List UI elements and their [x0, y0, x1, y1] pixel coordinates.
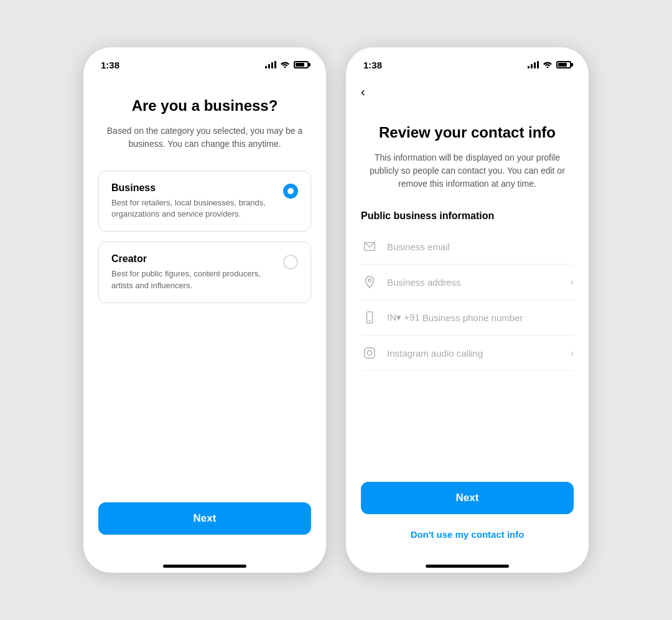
signal-icon-right: [528, 61, 539, 68]
phone-icon: [361, 309, 378, 326]
time-right: 1:38: [363, 60, 382, 70]
left-next-button[interactable]: Next: [98, 502, 311, 535]
option-business-title: Business: [111, 182, 276, 194]
option-creator-title: Creator: [111, 253, 276, 265]
option-creator[interactable]: Creator Best for public figures, content…: [98, 242, 311, 303]
left-page-subtitle: Based on the category you selected, you …: [98, 124, 311, 151]
svg-rect-2: [366, 312, 372, 323]
instagram-icon: [361, 344, 378, 362]
dont-use-link[interactable]: Don't use my contact info: [361, 529, 574, 540]
battery-icon-right: [556, 61, 571, 68]
left-phone: 1:38 Are you a business? Based on the ca…: [83, 47, 326, 573]
right-page-title: Review your contact info: [361, 124, 574, 141]
radio-creator[interactable]: [283, 255, 298, 270]
svg-rect-4: [365, 348, 375, 359]
contact-row-email[interactable]: Business email: [361, 229, 574, 265]
contact-row-phone[interactable]: IN▾ +91 Business phone number: [361, 300, 574, 336]
left-page-title: Are you a business?: [98, 97, 311, 115]
option-creator-desc: Best for public figures, content produce…: [111, 268, 276, 291]
left-bottom-section: Next: [98, 502, 311, 558]
option-business-desc: Best for retailers, local businesses, br…: [111, 197, 276, 220]
right-page-subtitle: This information will be displayed on yo…: [361, 151, 574, 190]
status-bar-right: 1:38: [346, 47, 589, 77]
instagram-label: Instagram audio calling: [387, 348, 571, 359]
public-business-info-title: Public business information: [361, 210, 574, 222]
time-left: 1:38: [101, 60, 119, 70]
wifi-icon-right: [543, 60, 553, 70]
radio-business[interactable]: [283, 184, 298, 199]
phone-prefix: IN▾ +91: [387, 312, 420, 323]
battery-icon: [294, 61, 309, 68]
email-icon: [361, 238, 378, 255]
phone-label: Business phone number: [422, 312, 574, 323]
address-chevron: ›: [571, 277, 574, 287]
signal-icon: [265, 61, 276, 68]
status-icons-left: [265, 60, 309, 70]
wifi-icon: [280, 60, 290, 70]
address-label: Business address: [387, 277, 571, 288]
back-button[interactable]: ‹: [361, 80, 574, 104]
home-indicator-right: [426, 565, 509, 568]
status-icons-right: [528, 60, 571, 70]
svg-point-6: [372, 349, 373, 350]
svg-point-1: [368, 279, 371, 282]
option-business[interactable]: Business Best for retailers, local busin…: [98, 171, 311, 232]
contact-row-address[interactable]: Business address ›: [361, 265, 574, 300]
contact-row-instagram[interactable]: Instagram audio calling ›: [361, 336, 574, 371]
status-bar-left: 1:38: [83, 47, 326, 77]
instagram-chevron: ›: [571, 348, 574, 358]
right-screen-content: ‹ Review your contact info This informat…: [346, 77, 589, 558]
email-label: Business email: [387, 242, 574, 252]
location-icon: [361, 273, 378, 291]
option-creator-text: Creator Best for public figures, content…: [111, 253, 276, 291]
home-indicator-left: [163, 565, 246, 568]
svg-point-5: [367, 350, 371, 355]
right-bottom-section: Next Don't use my contact info: [361, 482, 574, 558]
right-phone: 1:38 ‹ Review your contact info This inf…: [346, 47, 589, 573]
left-screen-content: Are you a business? Based on the categor…: [83, 77, 326, 558]
option-business-text: Business Best for retailers, local busin…: [111, 182, 276, 220]
right-next-button[interactable]: Next: [361, 482, 574, 514]
